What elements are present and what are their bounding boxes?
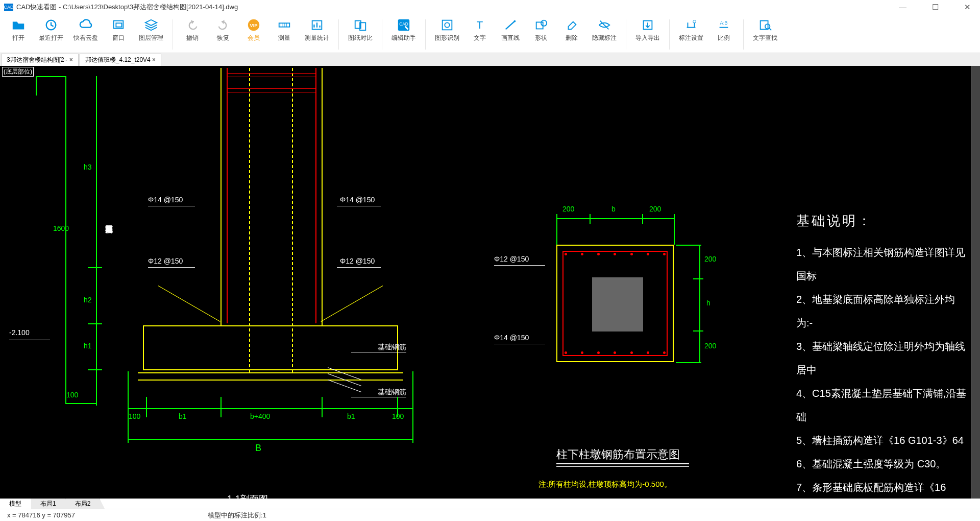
svg-point-14 <box>514 20 516 22</box>
undo-icon <box>184 17 201 33</box>
toolbar-find[interactable]: 文字查找 <box>750 16 780 53</box>
plan-top-1: b <box>611 205 616 213</box>
toolbar-hide[interactable]: 隐藏标注 <box>589 16 620 53</box>
svg-text:VIP: VIP <box>250 23 257 28</box>
bdim-total: B <box>255 443 261 454</box>
compare-icon <box>352 17 369 33</box>
measure-icon <box>276 17 292 33</box>
toolbar-vip[interactable]: VIP会员 <box>240 16 267 53</box>
section-title: 1-1剖面图 <box>227 493 268 499</box>
description-block: 基础说明： 1、与本图标注相关钢筋构造详图详见国标2、地基梁底面标高除单独标注外… <box>796 209 970 499</box>
toolbar-mstats[interactable]: 测量统计 <box>302 16 332 53</box>
plan-note: 注:所有柱均设,柱墩顶标高均为-0.500。 <box>538 480 672 489</box>
svg-text:CAD: CAD <box>399 21 408 27</box>
doc-tab[interactable]: 邦达值班楼_4.12_t20V4 × <box>80 54 161 66</box>
svg-text:T: T <box>477 19 483 31</box>
layers-icon <box>143 17 159 33</box>
bdim-3: b1 <box>347 412 355 420</box>
redo-icon <box>215 17 231 33</box>
plan-right-1: h <box>706 299 710 307</box>
status-bar: x = 784716 y = 707957 模型中的标注比例:1 <box>0 509 980 521</box>
cloud-icon <box>78 17 94 33</box>
plan-top-0: 200 <box>562 205 574 213</box>
doc-tab[interactable]: 3邦达宿舍楼结构图[2·· × <box>1 54 79 66</box>
layout-tabs: 模型布局1布局2 <box>0 499 980 509</box>
find-icon <box>757 17 773 33</box>
iexport-icon <box>640 17 656 33</box>
title-bar: CAD CAD快速看图 - C:\Users\123\Desktop\3邦达宿舍… <box>0 0 980 14</box>
scale-icon: A:B <box>716 17 732 33</box>
dim-h2: h2 <box>84 296 92 304</box>
rebar-left-1: Φ14 @150 <box>148 196 183 204</box>
toolbar-editaid[interactable]: CAD编辑助手 <box>388 16 419 53</box>
dim-h3: h3 <box>84 163 92 171</box>
svg-rect-11 <box>443 20 452 30</box>
toolbar-undo[interactable]: 撤销 <box>179 16 206 53</box>
toolbar-shape[interactable]: 形状 <box>528 16 554 53</box>
minimize-button[interactable]: — <box>894 3 912 12</box>
layout-tab[interactable]: 布局1 <box>31 499 66 509</box>
toolbar-window[interactable]: 窗口 <box>105 16 132 53</box>
close-button[interactable]: ✕ <box>959 3 976 12</box>
app-title: CAD快速看图 - C:\Users\123\Desktop\3邦达宿舍楼结构图… <box>16 3 238 12</box>
elevation-label: -2.100 <box>9 328 30 337</box>
layout-tab[interactable]: 模型 <box>0 499 31 509</box>
bdim-1: b1 <box>179 412 187 420</box>
foot-label-2: 基础钢筋 <box>378 388 406 397</box>
toolbar-dimset[interactable]: 标注设置 <box>676 16 706 53</box>
scale-readout: 模型中的标注比例:1 <box>208 511 266 520</box>
toolbar: 打开最近打开快看云盘窗口图层管理撤销恢复VIP会员测量测量统计图纸对比CAD编辑… <box>0 14 980 53</box>
dim-100b: 100 <box>66 391 78 399</box>
rebar-left-2: Φ12 @150 <box>148 257 183 265</box>
mstats-icon <box>309 17 325 33</box>
toolbar-shaperec[interactable]: 图形识别 <box>432 16 462 53</box>
bdim-0: 100 <box>129 412 140 420</box>
shape-icon <box>533 17 549 33</box>
toolbar-recent[interactable]: 最近打开 <box>36 16 66 53</box>
dim-1600: 1600 <box>53 224 69 232</box>
toolbar-open[interactable]: 打开 <box>5 16 32 53</box>
toolbar-measure[interactable]: 测量 <box>271 16 298 53</box>
svg-rect-20 <box>761 21 768 30</box>
toolbar-text[interactable]: T文字 <box>467 16 493 53</box>
coords-readout: x = 784716 y = 707957 <box>7 511 75 519</box>
svg-text:A:B: A:B <box>720 20 727 26</box>
maximize-button[interactable]: ☐ <box>927 3 944 12</box>
toolbar-cloud[interactable]: 快看云盘 <box>70 16 101 53</box>
erase-icon <box>564 17 580 33</box>
dim-h1: h1 <box>84 342 92 350</box>
window-icon <box>110 17 127 33</box>
plan-rebar-2: Φ14 @150 <box>494 334 529 342</box>
plan-rebar-1: Φ12 @150 <box>494 255 529 263</box>
plan-right-2: 200 <box>704 342 716 350</box>
text-icon: T <box>472 17 488 33</box>
svg-rect-5 <box>279 23 290 27</box>
corner-label: (底层部位) <box>2 67 34 77</box>
toolbar-compare[interactable]: 图纸对比 <box>345 16 376 53</box>
toolbar-redo[interactable]: 恢复 <box>210 16 236 53</box>
plan-top-2: 200 <box>649 205 661 213</box>
line-icon <box>502 17 519 33</box>
hide-icon <box>596 17 612 33</box>
drawing-canvas[interactable]: (底层部位) 1600 100 h3 h2 h1 此范围柱箍筋全高密 -2.10… <box>0 66 980 499</box>
editaid-icon: CAD <box>396 17 412 33</box>
rebar-right-2: Φ12 @150 <box>340 257 375 265</box>
bdim-2: b+400 <box>250 412 270 420</box>
rebar-right-1: Φ14 @150 <box>340 196 375 204</box>
plan-title: 柱下柱墩钢筋布置示意图 <box>556 447 680 462</box>
toolbar-layers[interactable]: 图层管理 <box>136 16 166 53</box>
scrollbar[interactable] <box>971 66 980 499</box>
svg-point-16 <box>541 20 547 26</box>
plan-right-0: 200 <box>704 255 716 263</box>
app-icon: CAD <box>4 4 13 11</box>
dimset-icon <box>683 17 699 33</box>
toolbar-iexport[interactable]: 导入导出 <box>632 16 663 53</box>
shaperec-icon <box>439 17 455 33</box>
layout-tab[interactable]: 布局2 <box>66 499 101 509</box>
doc-tabs: 3邦达宿舍楼结构图[2·· ×邦达值班楼_4.12_t20V4 × <box>0 53 980 66</box>
svg-rect-2 <box>116 23 121 27</box>
toolbar-scale[interactable]: A:B比例 <box>710 16 737 53</box>
toolbar-line[interactable]: 画直线 <box>497 16 524 53</box>
toolbar-erase[interactable]: 删除 <box>558 16 585 53</box>
vip-icon: VIP <box>246 17 262 33</box>
